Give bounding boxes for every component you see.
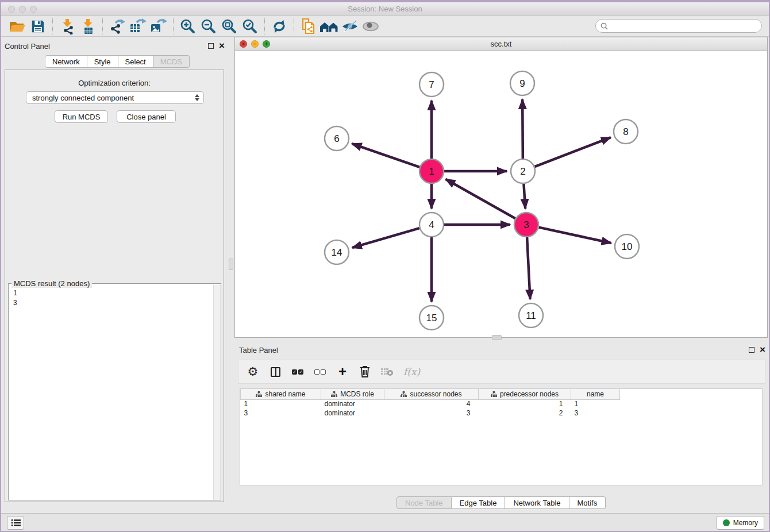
vertical-splitter-handle[interactable] [229,259,233,270]
close-panel-button[interactable]: Close panel [117,110,176,123]
minimize-window-icon[interactable] [19,6,26,13]
tab-select[interactable]: Select [118,55,153,68]
graph-node-14[interactable]: 14 [325,240,349,264]
table-cell[interactable]: dominator [321,408,384,418]
graph-edge-3-10[interactable] [538,228,611,243]
table-row[interactable]: 3dominator323 [241,408,620,418]
export-table-icon [129,18,147,34]
network-canvas[interactable]: 7968124314101511 [235,51,767,337]
zoom-in-button[interactable] [178,17,198,36]
table-cell[interactable]: 2 [479,408,571,418]
graph-edge-3-11[interactable] [527,237,530,299]
delete-rows-button[interactable] [359,363,371,380]
close-window-icon[interactable] [8,6,15,13]
close-panel-icon[interactable]: × [219,43,225,49]
tab-mcds[interactable]: MCDS [153,55,190,68]
search-input[interactable] [611,21,761,30]
float-table-panel-icon[interactable] [749,347,754,353]
mcds-result-scrollbar[interactable] [213,285,221,500]
create-column-button[interactable]: + [336,363,349,380]
graph-edge-2-3[interactable] [523,184,525,209]
graph-node-11[interactable]: 11 [519,303,543,327]
column-header-MCDS-role[interactable]: MCDS role [321,389,384,399]
save-session-button[interactable] [28,17,48,36]
tab-network-table[interactable]: Network Table [505,496,569,509]
tab-style[interactable]: Style [87,55,118,68]
graph-edge-4-14[interactable] [352,228,419,248]
export-image-icon [150,18,167,34]
tab-network[interactable]: Network [45,55,87,68]
table-cell[interactable]: dominator [321,399,384,408]
graph-node-4[interactable]: 4 [419,213,444,237]
close-table-panel-icon[interactable]: × [760,347,765,353]
graph-node-2[interactable]: 2 [511,159,535,183]
mcds-result-line: 3 [13,298,213,308]
network-minimize-icon[interactable]: − [251,40,259,48]
table-cell[interactable]: 3 [241,408,321,418]
table-toolbar: ⚙ ✓✓ + f(x) [238,360,765,384]
float-panel-icon[interactable] [208,43,214,49]
network-view-titlebar[interactable]: × − + scc.txt [235,37,767,51]
titlebar: Session: New Session [1,2,769,16]
column-header-predecessor-nodes[interactable]: predecessor nodes [479,389,571,399]
open-session-button[interactable] [7,17,28,36]
export-table-button[interactable] [128,17,148,36]
select-all-button[interactable]: ✓✓ [291,363,304,380]
network-close-icon[interactable]: × [240,40,247,48]
show-columns-button[interactable] [269,363,282,380]
plus-icon: + [338,366,346,377]
zoom-out-button[interactable] [198,17,219,36]
hide-selected-button[interactable] [340,17,360,36]
show-all-networks-button[interactable] [319,17,340,36]
export-network-button[interactable] [107,17,128,36]
zoom-fit-button[interactable] [219,17,240,36]
graph-node-6[interactable]: 6 [325,126,349,151]
graph-node-15[interactable]: 15 [419,306,444,330]
refresh-view-button[interactable] [269,17,290,36]
show-hidden-button[interactable] [360,17,381,36]
tasks-button[interactable] [7,516,24,530]
graph-node-7[interactable]: 7 [419,72,444,97]
graph-edge-3-1[interactable] [445,179,515,218]
window-frame-left [0,0,1,532]
delete-column-icon [381,367,394,376]
table-settings-button[interactable]: ⚙ [247,363,259,380]
graph-node-3[interactable]: 3 [514,213,538,237]
table-cell[interactable]: 3 [571,408,620,418]
deselect-all-button[interactable] [314,363,326,380]
import-network-button[interactable] [57,17,78,36]
graph-edge-2-9[interactable] [522,99,523,159]
table-cell[interactable]: 1 [241,399,321,408]
table-cell[interactable]: 3 [384,408,479,418]
column-header-successor-nodes[interactable]: successor nodes [384,389,479,399]
criterion-dropdown[interactable]: strongly connected component [26,91,204,104]
table-row[interactable]: 1dominator411 [241,399,620,408]
graph-node-9[interactable]: 9 [510,71,534,95]
graph-node-8[interactable]: 8 [614,119,638,144]
network-maximize-icon[interactable]: + [263,40,270,48]
graph-edge-1-6[interactable] [352,144,419,167]
tab-motifs[interactable]: Motifs [569,496,606,509]
column-header-name[interactable]: name [571,389,620,399]
mcds-result-list: 13 [9,285,213,500]
memory-status-icon [723,519,730,526]
table-cell[interactable]: 1 [479,399,571,408]
search-field[interactable] [595,19,762,33]
export-image-button[interactable] [148,17,169,36]
horizontal-splitter-handle[interactable] [492,335,502,340]
maximize-window-icon[interactable] [30,6,37,13]
zoom-selected-button[interactable] [240,17,260,36]
graph-node-1[interactable]: 1 [419,159,444,183]
new-network-from-selection-button[interactable] [298,17,319,36]
table-cell[interactable]: 1 [571,399,620,408]
column-header-shared-name[interactable]: shared name [241,389,321,399]
table-cell[interactable]: 4 [384,399,479,408]
tab-edge-table[interactable]: Edge Table [452,496,506,509]
graph-edge-2-8[interactable] [535,137,611,167]
import-table-button[interactable] [78,17,98,36]
graph-node-10[interactable]: 10 [615,234,639,259]
run-mcds-button[interactable]: Run MCDS [55,110,108,123]
tab-node-table[interactable]: Node Table [396,496,452,509]
houses-icon [319,19,339,34]
memory-button[interactable]: Memory [717,516,764,530]
